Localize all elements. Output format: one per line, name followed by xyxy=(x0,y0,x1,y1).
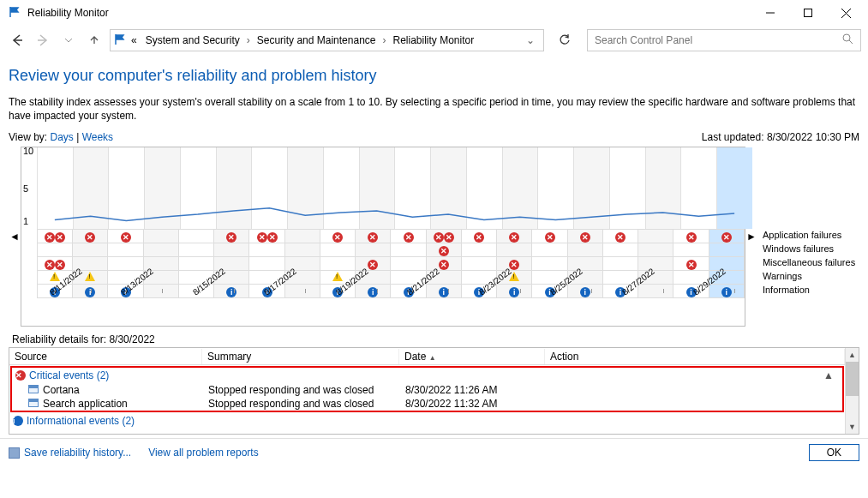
main-content: Review your computer's reliability and p… xyxy=(0,55,868,435)
col-action[interactable]: Action xyxy=(545,349,845,364)
footer: Save reliability history... View all pro… xyxy=(0,438,868,466)
search-box[interactable] xyxy=(587,29,861,51)
ok-button[interactable]: OK xyxy=(809,444,859,461)
details-list: Source Summary Date ▲ Action ✕ Critical … xyxy=(9,347,859,435)
flag-icon xyxy=(114,33,126,48)
forward-button[interactable] xyxy=(33,30,53,51)
recent-dropdown[interactable] xyxy=(58,30,79,51)
critical-events-section[interactable]: ✕ Critical events (2) ▲ xyxy=(12,368,842,383)
last-updated: Last updated: 8/30/2022 10:30 PM xyxy=(702,131,859,143)
chevron-right-icon: › xyxy=(245,34,252,46)
breadcrumb-ellipsis[interactable]: « xyxy=(128,34,141,46)
close-button[interactable] xyxy=(827,1,865,25)
page-title: Review your computer's reliability and p… xyxy=(9,67,859,85)
scroll-up-button[interactable]: ▲ xyxy=(846,348,859,362)
refresh-button[interactable] xyxy=(553,29,577,51)
page-description: The stability index assesses your system… xyxy=(9,95,859,123)
view-days-link[interactable]: Days xyxy=(50,131,73,143)
search-icon xyxy=(842,33,853,47)
scroll-thumb[interactable] xyxy=(846,362,859,396)
highlighted-critical-events: ✕ Critical events (2) ▲ Cortana Stopped … xyxy=(10,366,844,412)
chart-area[interactable]: 10 5 1 ✕✕✕✕✕✕✕✕✕✕✕✕✕✕✕✕✕✕✕✕✕✕✕✕✕✕iiiiiii… xyxy=(21,147,745,327)
details-column-headers: Source Summary Date ▲ Action xyxy=(9,348,845,365)
x-axis-labels: 8/11/20228/13/20228/15/20228/17/20228/19… xyxy=(37,281,745,326)
minimize-button[interactable] xyxy=(751,1,789,25)
back-button[interactable] xyxy=(7,30,27,51)
chart-scroll-left[interactable]: ◄ xyxy=(9,147,21,327)
search-input[interactable] xyxy=(595,34,842,46)
program-icon xyxy=(28,385,39,393)
window-title: Reliability Monitor xyxy=(27,7,751,19)
table-row[interactable]: Search application Stopped responding an… xyxy=(12,397,842,411)
save-history-link[interactable]: Save reliability history... xyxy=(9,447,131,459)
maximize-button[interactable] xyxy=(789,1,827,25)
program-icon xyxy=(28,399,39,407)
collapse-icon[interactable]: ▲ xyxy=(823,369,839,381)
view-by-controls: View by: Days | Weeks xyxy=(9,131,113,143)
line-plot xyxy=(37,147,745,229)
col-date[interactable]: Date ▲ xyxy=(399,349,545,364)
details-header: Reliability details for: 8/30/2022 xyxy=(12,333,859,345)
chevron-right-icon: › xyxy=(380,34,387,46)
chevron-down-icon[interactable]: ⌄ xyxy=(521,34,540,46)
svg-point-6 xyxy=(843,34,850,41)
flag-icon xyxy=(9,6,21,21)
title-bar: Reliability Monitor xyxy=(0,0,868,26)
view-reports-link[interactable]: View all problem reports xyxy=(148,447,259,459)
sort-asc-icon: ▲ xyxy=(429,354,436,362)
scroll-down-button[interactable]: ▼ xyxy=(846,420,859,434)
col-summary[interactable]: Summary xyxy=(202,349,399,364)
svg-line-7 xyxy=(849,40,853,44)
breadcrumb[interactable]: « System and Security › Security and Mai… xyxy=(110,29,544,51)
view-weeks-link[interactable]: Weeks xyxy=(82,131,113,143)
svg-rect-1 xyxy=(805,9,812,17)
info-icon: i xyxy=(13,416,23,426)
informational-events-section[interactable]: i Informational events (2) xyxy=(9,413,845,429)
table-row[interactable]: Cortana Stopped responding and was close… xyxy=(12,383,842,397)
reliability-chart: ◄ 10 5 1 ✕✕✕✕✕✕✕✕✕✕✕✕✕✕✕✕✕✕✕✕✕✕✕✕✕✕iiiii… xyxy=(9,147,859,327)
breadcrumb-item[interactable]: Reliability Monitor xyxy=(389,34,477,46)
breadcrumb-item[interactable]: Security and Maintenance xyxy=(254,34,380,46)
scrollbar[interactable]: ▲ ▼ xyxy=(845,348,859,434)
nav-bar: « System and Security › Security and Mai… xyxy=(0,26,868,55)
col-source[interactable]: Source xyxy=(9,349,202,364)
up-button[interactable] xyxy=(84,30,105,51)
error-icon: ✕ xyxy=(15,370,26,381)
breadcrumb-item[interactable]: System and Security xyxy=(142,34,243,46)
save-icon xyxy=(9,447,20,459)
legend: Application failures Windows failures Mi… xyxy=(757,147,859,327)
